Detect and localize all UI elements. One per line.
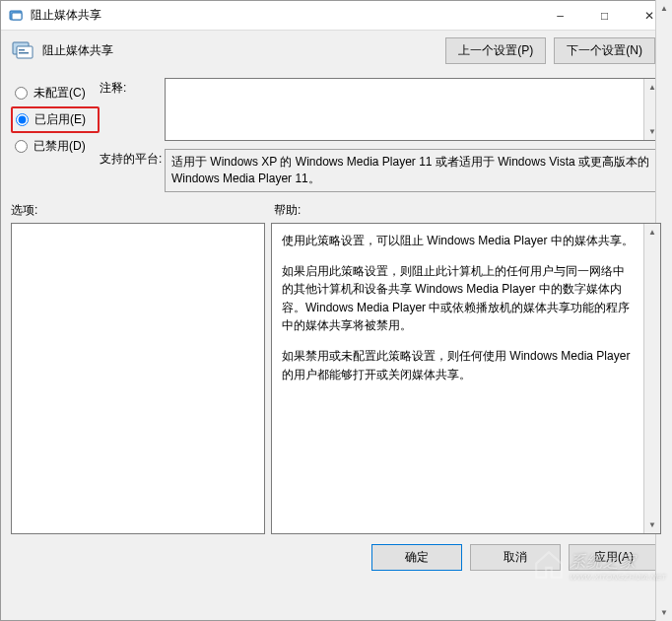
radio-not-configured-label: 未配置(C) xyxy=(34,85,86,102)
svg-rect-1 xyxy=(12,13,22,20)
window-title: 阻止媒体共享 xyxy=(31,7,538,24)
help-text: 使用此策略设置，可以阻止 Windows Media Player 中的媒体共享… xyxy=(272,224,643,533)
comment-textbox[interactable]: ▲ ▼ xyxy=(165,78,661,141)
titlebar: 阻止媒体共享 – □ ✕ xyxy=(1,1,671,31)
options-label: 选项: xyxy=(11,202,274,219)
scroll-up-icon[interactable]: ▲ xyxy=(644,224,660,241)
comment-label: 注释: xyxy=(100,78,165,97)
help-paragraph: 如果禁用或未配置此策略设置，则任何使用 Windows Media Player… xyxy=(282,347,634,383)
radio-enabled-label: 已启用(E) xyxy=(34,111,86,128)
help-label: 帮助: xyxy=(274,202,301,219)
help-paragraph: 使用此策略设置，可以阻止 Windows Media Player 中的媒体共享… xyxy=(282,232,634,250)
radio-disabled-input[interactable] xyxy=(15,140,28,153)
radio-enabled-input[interactable] xyxy=(16,113,29,126)
scroll-up-icon[interactable]: ▲ xyxy=(656,0,672,17)
radio-not-configured[interactable]: 未配置(C) xyxy=(11,80,100,106)
policy-icon xyxy=(11,38,34,62)
apply-button[interactable]: 应用(A) xyxy=(569,544,659,571)
supported-platforms: 适用于 Windows XP 的 Windows Media Player 11… xyxy=(165,149,661,192)
window-controls: – □ ✕ xyxy=(538,1,671,30)
svg-rect-4 xyxy=(19,49,25,51)
app-icon xyxy=(9,8,25,24)
minimize-button[interactable]: – xyxy=(538,1,582,30)
help-paragraph: 如果启用此策略设置，则阻止此计算机上的任何用户与同一网络中的其他计算机和设备共享… xyxy=(282,262,634,335)
scroll-down-icon[interactable]: ▼ xyxy=(644,517,660,533)
radio-disabled-label: 已禁用(D) xyxy=(34,138,86,155)
next-setting-button[interactable]: 下一个设置(N) xyxy=(554,37,655,64)
header-row: 阻止媒体共享 上一个设置(P) 下一个设置(N) xyxy=(1,31,671,70)
options-pane xyxy=(11,223,265,534)
page-title: 阻止媒体共享 xyxy=(42,42,445,59)
help-pane: 使用此策略设置，可以阻止 Windows Media Player 中的媒体共享… xyxy=(271,223,661,534)
maximize-button[interactable]: □ xyxy=(582,1,627,30)
radio-group: 未配置(C) 已启用(E) 已禁用(D) xyxy=(11,78,100,192)
scroll-down-icon[interactable]: ▼ xyxy=(656,604,672,621)
radio-enabled[interactable]: 已启用(E) xyxy=(11,106,100,133)
ok-button[interactable]: 确定 xyxy=(371,544,462,571)
svg-rect-5 xyxy=(19,52,29,54)
section-labels: 选项: 帮助: xyxy=(1,198,671,223)
config-area: 未配置(C) 已启用(E) 已禁用(D) 注释: ▲ ▼ 支持的平台: 适用于 … xyxy=(1,70,671,198)
radio-not-configured-input[interactable] xyxy=(15,87,28,100)
panes: 使用此策略设置，可以阻止 Windows Media Player 中的媒体共享… xyxy=(1,223,671,534)
supported-platforms-text: 适用于 Windows XP 的 Windows Media Player 11… xyxy=(171,155,649,185)
dialog-buttons: 确定 取消 应用(A) xyxy=(1,534,671,581)
radio-disabled[interactable]: 已禁用(D) xyxy=(11,133,100,160)
cancel-button[interactable]: 取消 xyxy=(470,544,561,571)
scrollbar[interactable]: ▲ ▼ xyxy=(643,224,660,533)
platform-label: 支持的平台: xyxy=(100,149,165,168)
previous-setting-button[interactable]: 上一个设置(P) xyxy=(445,37,546,64)
